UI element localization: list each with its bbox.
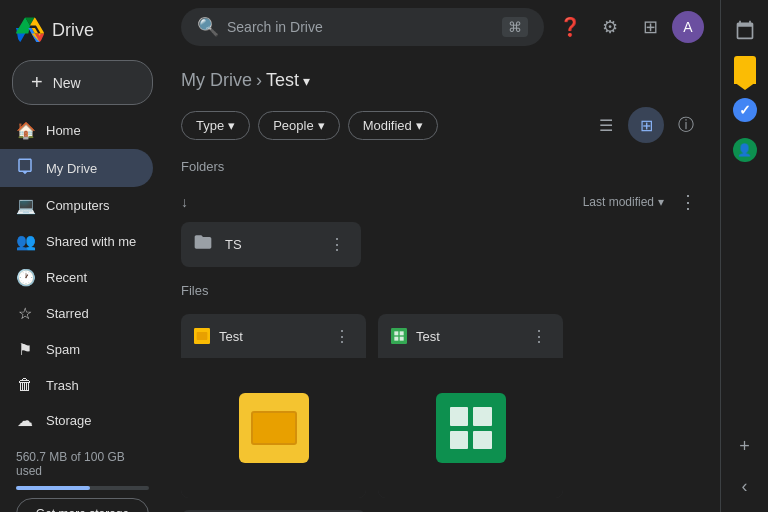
get-storage-button[interactable]: Get more storage (16, 498, 149, 512)
view-toggle: ☰ ⊞ ⓘ (588, 107, 704, 143)
recent-icon: 🕐 (16, 268, 34, 287)
file-card-slides[interactable]: Test ⋮ (181, 314, 366, 498)
plus-icon: + (31, 71, 43, 94)
filter-modified-button[interactable]: Modified ▾ (348, 111, 438, 140)
sidebar-item-trash[interactable]: 🗑 Trash (0, 368, 153, 402)
svg-rect-4 (400, 331, 404, 335)
file-name-sheets: Test (416, 329, 440, 344)
list-view-button[interactable]: ☰ (588, 107, 624, 143)
search-bar[interactable]: 🔍 ⌘ (181, 8, 544, 46)
file-preview-sheets (378, 358, 563, 498)
content-area: My Drive › Test ▾ Type ▾ People ▾ Modifi… (165, 54, 720, 512)
filter-type-arrow: ▾ (228, 118, 235, 133)
sort-button[interactable]: Last modified ▾ (583, 195, 664, 209)
folder-item-ts[interactable]: TS ⋮ (181, 222, 361, 267)
new-button-label: New (53, 75, 81, 91)
sidebar-item-spam[interactable]: ⚑ Spam (0, 332, 153, 367)
spam-icon: ⚑ (16, 340, 34, 359)
files-grid: Test ⋮ Test (181, 314, 704, 512)
sidebar: Drive + New 🏠 Home My Drive 💻 Computers … (0, 0, 165, 512)
slides-preview-icon (239, 393, 309, 463)
storage-used-text: 560.7 MB of 100 GB used (16, 450, 125, 478)
sidebar-label-computers: Computers (46, 198, 110, 213)
svg-rect-1 (197, 332, 208, 340)
right-panel: ✓ 👤 + ‹ (720, 0, 768, 512)
sidebar-item-recent[interactable]: 🕐 Recent (0, 260, 153, 295)
sidebar-item-my-drive[interactable]: My Drive (0, 149, 153, 187)
folder-icon (193, 232, 213, 257)
svg-rect-5 (394, 337, 398, 341)
filter-type-button[interactable]: Type ▾ (181, 111, 250, 140)
sheets-more-icon[interactable]: ⋮ (527, 324, 551, 348)
file-title-slides: Test (193, 327, 243, 345)
collapse-panel-icon[interactable]: ‹ (727, 468, 763, 504)
file-card-sheets[interactable]: Test ⋮ (378, 314, 563, 498)
keyboard-shortcut-icon: ⌘ (502, 17, 528, 37)
folder-more-icon[interactable]: ⋮ (325, 233, 349, 257)
add-app-icon[interactable]: + (727, 428, 763, 464)
breadcrumb: My Drive › Test ▾ (181, 62, 704, 99)
file-card-header-slides: Test ⋮ (181, 314, 366, 358)
more-options-icon[interactable]: ⋮ (672, 186, 704, 218)
folder-name-ts: TS (225, 237, 242, 252)
filter-type-label: Type (196, 118, 224, 133)
calendar-icon-button[interactable] (727, 12, 763, 48)
slides-type-icon (193, 327, 211, 345)
search-input[interactable] (227, 19, 494, 35)
sidebar-item-storage[interactable]: ☁ Storage (0, 403, 153, 438)
sidebar-label-storage: Storage (46, 413, 92, 428)
sort-arrow: ▾ (658, 195, 664, 209)
svg-rect-3 (394, 331, 398, 335)
settings-icon[interactable]: ⚙ (592, 9, 628, 45)
sidebar-label-trash: Trash (46, 378, 79, 393)
storage-icon: ☁ (16, 411, 34, 430)
home-icon: 🏠 (16, 121, 34, 140)
grid-view-button[interactable]: ⊞ (628, 107, 664, 143)
sheets-preview-icon (436, 393, 506, 463)
sidebar-item-starred[interactable]: ☆ Starred (0, 296, 153, 331)
storage-bar-fill (16, 486, 90, 490)
breadcrumb-root[interactable]: My Drive (181, 70, 252, 91)
breadcrumb-current[interactable]: Test ▾ (266, 70, 310, 91)
sidebar-item-home[interactable]: 🏠 Home (0, 113, 153, 148)
filter-people-arrow: ▾ (318, 118, 325, 133)
sort-label: Last modified (583, 195, 654, 209)
filter-modified-arrow: ▾ (416, 118, 423, 133)
chevron-down-icon: ▾ (303, 73, 310, 89)
filter-people-label: People (273, 118, 313, 133)
shared-icon: 👥 (16, 232, 34, 251)
slides-more-icon[interactable]: ⋮ (330, 324, 354, 348)
contacts-icon-button[interactable]: 👤 (727, 132, 763, 168)
sidebar-item-shared[interactable]: 👥 Shared with me (0, 224, 153, 259)
apps-icon[interactable]: ⊞ (632, 9, 668, 45)
file-preview-slides (181, 358, 366, 498)
my-drive-icon (16, 157, 34, 179)
sidebar-label-shared: Shared with me (46, 234, 136, 249)
storage-section: 560.7 MB of 100 GB used Get more storage (0, 438, 165, 512)
tasks-icon-button[interactable]: ✓ (727, 92, 763, 128)
app-title: Drive (52, 20, 94, 41)
file-card-header-sheets: Test ⋮ (378, 314, 563, 358)
sidebar-item-computers[interactable]: 💻 Computers (0, 188, 153, 223)
sheets-type-icon (390, 327, 408, 345)
sidebar-label-spam: Spam (46, 342, 80, 357)
sidebar-label-starred: Starred (46, 306, 89, 321)
filters: Type ▾ People ▾ Modified ▾ (181, 111, 438, 140)
svg-rect-2 (391, 328, 407, 344)
filter-people-button[interactable]: People ▾ (258, 111, 339, 140)
help-icon[interactable]: ❓ (552, 9, 588, 45)
folders-row: TS ⋮ (181, 222, 704, 267)
storage-bar (16, 486, 149, 490)
trash-icon: 🗑 (16, 376, 34, 394)
starred-icon: ☆ (16, 304, 34, 323)
breadcrumb-current-label: Test (266, 70, 299, 91)
topbar-icons: ❓ ⚙ ⊞ A (552, 9, 704, 45)
keep-icon-button[interactable] (727, 52, 763, 88)
sort-down-icon: ↓ (181, 194, 188, 210)
new-button[interactable]: + New (12, 60, 153, 105)
breadcrumb-separator: › (256, 70, 262, 91)
sidebar-label-recent: Recent (46, 270, 87, 285)
avatar[interactable]: A (672, 11, 704, 43)
info-button[interactable]: ⓘ (668, 107, 704, 143)
file-title-sheets: Test (390, 327, 440, 345)
